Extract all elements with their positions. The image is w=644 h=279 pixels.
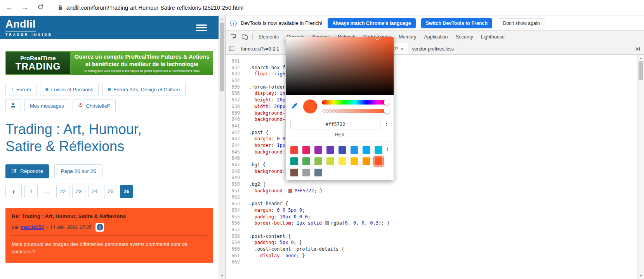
code-token: : [271, 143, 277, 148]
menu-icon[interactable] [196, 23, 207, 33]
css-color-swatch[interactable] [325, 221, 329, 225]
devtools-tab-memory[interactable]: Memory [395, 31, 420, 43]
palette-swatch[interactable] [375, 146, 382, 154]
palette-swatch[interactable] [314, 169, 322, 176]
ad-banner[interactable]: ProRealTime TRADING Ouvrez un compte Pro… [5, 51, 213, 75]
forward-icon[interactable]: → [20, 3, 30, 12]
pagination-item[interactable]: 1 [24, 185, 38, 198]
messages-button[interactable]: Mes messages [24, 99, 69, 112]
palette-swatch[interactable] [290, 169, 298, 176]
author-link[interactable]: max38250 [21, 225, 44, 230]
close-tab-icon[interactable]: × [401, 46, 404, 52]
devtools-tab-elements[interactable]: Elements [255, 31, 283, 43]
report-button[interactable]: ! [95, 223, 104, 232]
palette-swatch[interactable] [351, 146, 358, 154]
palette-swatch[interactable] [326, 146, 334, 154]
palette-swatch[interactable] [351, 157, 358, 165]
hex-input[interactable] [290, 119, 380, 129]
dismiss-button[interactable]: Don't show again [498, 18, 545, 28]
editor-scroll-down-icon[interactable]: ▼ [638, 272, 644, 279]
user-button[interactable]: ChristelleP [73, 99, 116, 112]
file-tab[interactable]: vendor-prefixes.less [408, 43, 458, 54]
match-language-button[interactable]: Always match Chrome's language [328, 18, 415, 28]
address-bar[interactable]: andlil.com/forum/Trading-art-Humour-Sati… [58, 4, 243, 11]
page-scrollbar-thumb[interactable] [220, 23, 224, 91]
eyedropper-icon[interactable] [290, 102, 299, 112]
back-icon[interactable]: ← [5, 3, 14, 12]
scroll-up-icon[interactable]: ▲ [219, 16, 225, 23]
nav-button-label: Loisirs et Passions [51, 87, 93, 92]
format-spinner[interactable]: ▲▼ [384, 122, 389, 127]
css-color-swatch[interactable] [288, 189, 292, 193]
code-line: border-bottom: 1px solid rgba(0, 0, 0, 0… [249, 220, 637, 227]
line-number: 647 [226, 162, 240, 168]
device-toolbar-icon[interactable] [239, 31, 250, 43]
palette-swatch[interactable] [290, 157, 298, 165]
user-menu-button[interactable] [5, 99, 21, 112]
nav-button[interactable]: ≡Forum Arts, Design et Culture [102, 83, 185, 96]
saturation-gradient[interactable] [286, 37, 394, 95]
switch-french-button[interactable]: Switch DevTools to French [421, 18, 493, 28]
page-title-line1: Trading : Art, Humour, [5, 121, 213, 138]
palette-swatch[interactable] [302, 169, 310, 176]
alpha-slider[interactable] [322, 109, 389, 113]
editor-scroll-up-icon[interactable]: ▲ [638, 55, 644, 61]
palette-spinner-down-icon[interactable]: ▼ [386, 149, 389, 152]
palette-swatch[interactable] [314, 157, 322, 165]
devtools-tab-application[interactable]: Application [420, 31, 451, 43]
color-cursor[interactable] [375, 35, 380, 40]
nav-button[interactable]: ≡Loisirs et Passions [40, 83, 99, 96]
hue-knob[interactable] [384, 99, 390, 105]
pagination-item[interactable]: 22 [56, 185, 69, 198]
line-number: 636 [226, 90, 240, 97]
palette-swatch[interactable] [363, 157, 370, 165]
devtools-tab-security[interactable]: Security [452, 31, 477, 43]
line-number: 646 [226, 155, 240, 162]
palette-swatch[interactable] [302, 157, 310, 165]
site-logo[interactable]: Andlil TRADER INSIDE [5, 19, 52, 37]
ad-headline-2: et bénéficiez du meilleur de la technolo… [74, 61, 210, 68]
line-number: 661 [226, 253, 240, 259]
palette-section: ▲▼ [286, 141, 394, 180]
editor-scrollbar[interactable]: ▲ ▼ [637, 55, 644, 279]
palette-swatch[interactable] [302, 146, 310, 154]
palette-swatch[interactable] [326, 157, 334, 165]
code-token: #FF5722 [294, 188, 314, 194]
code-line: background: #FF5722; } [249, 188, 637, 194]
palette-swatch[interactable] [375, 157, 383, 166]
post-byline: par max38250 » 14 déc. 2021 15:35 ! [12, 223, 207, 232]
palette-swatch[interactable] [338, 146, 346, 154]
pagination-item[interactable]: 24 [88, 185, 101, 198]
palette-swatch[interactable] [314, 146, 322, 154]
palette-swatch[interactable] [290, 146, 298, 154]
file-tab[interactable]: forms.css?v=3.2.1 [237, 43, 283, 54]
inspect-icon[interactable] [227, 31, 239, 43]
pagination-item[interactable]: 23 [72, 185, 85, 198]
code-line: .post-content { [249, 233, 637, 240]
palette-swatch[interactable] [338, 157, 346, 165]
show-navigator-icon[interactable] [226, 43, 237, 54]
code-token: ; } [314, 188, 323, 194]
pagination-item[interactable]: 26 [120, 185, 133, 198]
alpha-knob[interactable] [384, 108, 390, 114]
editor-scrollbar-thumb[interactable] [639, 61, 643, 80]
previous-page-button[interactable]: ‹ [5, 185, 22, 198]
palette-spinner[interactable]: ▲▼ [385, 147, 390, 152]
palette-swatch[interactable] [363, 146, 370, 154]
code-token: 0 0 [277, 136, 285, 141]
page-scrollbar[interactable]: ▲ ▼ [219, 16, 225, 279]
reply-button[interactable]: Répondre [5, 164, 49, 178]
more-tabs-icon[interactable] [632, 43, 644, 54]
refresh-icon[interactable] [36, 3, 45, 12]
pagination-item[interactable]: 25 [104, 185, 117, 198]
pagination-items: 1…2223242526 [24, 185, 133, 198]
code-token: ; [302, 208, 305, 213]
spinner-down-icon[interactable]: ▼ [385, 124, 388, 127]
devtools-tab-lighthouse[interactable]: Lighthouse [477, 31, 509, 43]
ad-text: Ouvrez un compte ProRealTime Futures & A… [71, 51, 213, 75]
nav-button[interactable]: ↑Forum [5, 83, 36, 96]
code-token: 0, 0, 0, 0.3 [345, 220, 378, 226]
line-number: 640 [226, 116, 240, 123]
scroll-down-icon[interactable]: ▼ [219, 272, 225, 279]
hue-slider[interactable] [322, 100, 389, 105]
